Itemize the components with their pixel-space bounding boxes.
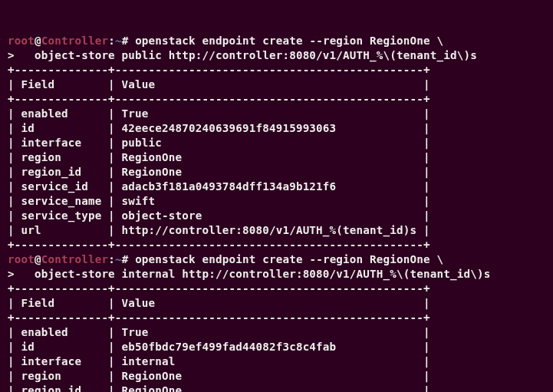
terminal-output: root@Controller:~# openstack endpoint cr… <box>8 34 545 392</box>
